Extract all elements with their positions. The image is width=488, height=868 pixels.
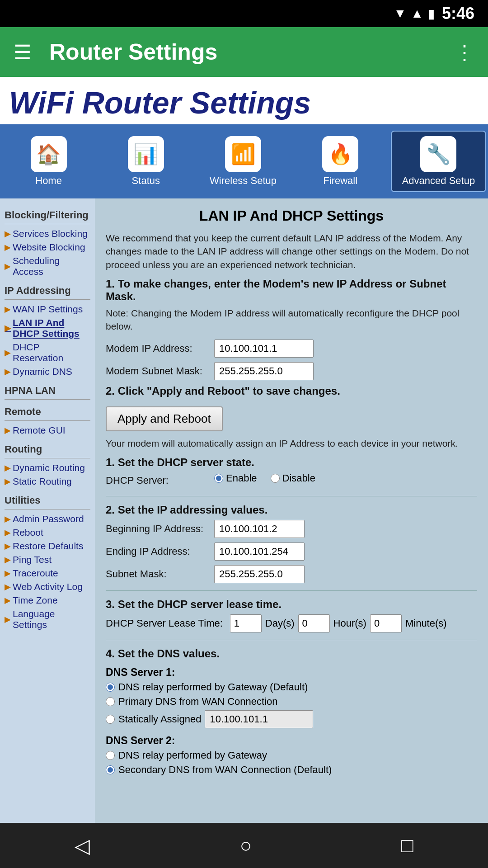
- sidebar-item-traceroute[interactable]: ▶Traceroute: [5, 566, 90, 580]
- lease-hour-input[interactable]: [298, 614, 330, 632]
- sidebar-item-language-settings[interactable]: ▶Language Settings: [5, 607, 90, 632]
- sidebar-item-remote-gui[interactable]: ▶Remote GUI: [5, 424, 90, 437]
- sidebar-item-dynamic-routing[interactable]: ▶Dynamic Routing: [5, 461, 90, 475]
- sidebar-item-time-zone[interactable]: ▶Time Zone: [5, 594, 90, 607]
- beginning-ip-row: Beginning IP Address:: [106, 520, 477, 538]
- page-banner-title: WiFi Router Settings: [9, 86, 479, 120]
- sidebar-item-ping-test[interactable]: ▶Ping Test: [5, 553, 90, 566]
- tab-status[interactable]: 📊 Status: [99, 131, 192, 192]
- dhcp-radio-group: Enable Disable: [214, 472, 315, 484]
- dns-primary-wan-label: Primary DNS from WAN Connection: [118, 696, 277, 708]
- dns-server1-label: DNS Server 1:: [106, 666, 477, 679]
- recent-button[interactable]: □: [388, 830, 427, 861]
- firewall-icon: 🔥: [322, 136, 358, 172]
- nav-tabs: 🏠 Home 📊 Status 📶 Wireless Setup 🔥 Firew…: [0, 124, 488, 198]
- dhcp-enable-option[interactable]: Enable: [214, 472, 257, 484]
- dhcp-disable-radio[interactable]: [271, 474, 280, 483]
- tab-firewall-label: Firewall: [323, 175, 357, 187]
- dhcp-server-label: DHCP Server:: [106, 475, 214, 486]
- lease-minute-unit: Minute(s): [405, 618, 447, 629]
- subnet-mask-input[interactable]: [214, 565, 305, 583]
- sidebar-item-admin-password[interactable]: ▶Admin Password: [5, 512, 90, 526]
- subnet-mask-row: Subnet Mask:: [106, 565, 477, 583]
- app-header: ☰ Router Settings ⋮: [0, 27, 488, 77]
- dns-static-label: Statically Assigned: [118, 713, 201, 725]
- dns-primary-wan-radio[interactable]: [106, 697, 115, 706]
- subnet-mask-label: Subnet Mask:: [106, 568, 214, 580]
- sidebar-item-restore-defaults[interactable]: ▶Restore Defaults: [5, 539, 90, 553]
- step1-dhcp-heading: 1. Set the DHCP server state.: [106, 456, 477, 469]
- main-content: Blocking/Filtering ▶Services Blocking ▶W…: [0, 198, 488, 831]
- beginning-ip-input[interactable]: [214, 520, 305, 538]
- lease-time-label: DHCP Server Lease Time:: [106, 618, 223, 629]
- dns-relay2-radio[interactable]: [106, 751, 115, 760]
- dns-static-input[interactable]: [205, 710, 313, 728]
- signal-icon: ▲: [411, 6, 423, 21]
- sidebar-section-ip: IP Addressing: [5, 285, 90, 297]
- tab-firewall[interactable]: 🔥 Firewall: [294, 131, 387, 192]
- dns-static-option[interactable]: Statically Assigned: [106, 710, 477, 728]
- modem-subnet-input[interactable]: [214, 362, 314, 380]
- sidebar-item-dynamic-dns[interactable]: ▶Dynamic DNS: [5, 365, 90, 378]
- tab-status-label: Status: [132, 175, 160, 187]
- status-time: 5:46: [442, 4, 474, 23]
- sidebar-item-dhcp-reservation[interactable]: ▶DHCP Reservation: [5, 340, 90, 365]
- page-banner: WiFi Router Settings: [0, 77, 488, 124]
- status-icon: 📊: [128, 136, 164, 172]
- home-button[interactable]: ○: [226, 830, 265, 861]
- status-icons: ▼ ▲ ▮: [394, 6, 435, 21]
- dhcp-disable-label: Disable: [282, 472, 315, 484]
- hamburger-menu[interactable]: ☰: [14, 41, 31, 64]
- dns-static-radio[interactable]: [106, 715, 115, 724]
- dns-primary-wan-option[interactable]: Primary DNS from WAN Connection: [106, 696, 477, 708]
- tab-home[interactable]: 🏠 Home: [2, 131, 95, 192]
- modem-ip-input[interactable]: [214, 340, 314, 358]
- lease-hour-unit: Hour(s): [333, 618, 366, 629]
- sidebar-item-website-blocking[interactable]: ▶Website Blocking: [5, 241, 90, 254]
- tab-wireless-label: Wireless Setup: [210, 175, 277, 187]
- dns-secondary-wan-option[interactable]: Secondary DNS from WAN Connection (Defau…: [106, 764, 477, 776]
- sidebar-section-hpna: HPNA LAN: [5, 385, 90, 396]
- sidebar-section-routing: Routing: [5, 443, 90, 455]
- lease-day-unit: Day(s): [265, 618, 295, 629]
- dns-secondary-wan-label: Secondary DNS from WAN Connection (Defau…: [118, 764, 332, 776]
- modem-subnet-label: Modem Subnet Mask:: [106, 365, 214, 377]
- apply-reboot-button[interactable]: Apply and Reboot: [106, 406, 223, 431]
- back-button[interactable]: ◁: [61, 830, 103, 862]
- wifi-icon: ▼: [394, 6, 407, 21]
- dns-relay1-radio[interactable]: [106, 683, 115, 692]
- content-panel: LAN IP And DHCP Settings We recommend th…: [95, 198, 488, 831]
- sidebar: Blocking/Filtering ▶Services Blocking ▶W…: [0, 198, 95, 831]
- bottom-nav: ◁ ○ □: [0, 823, 488, 868]
- tab-home-label: Home: [35, 175, 62, 187]
- lease-time-row: DHCP Server Lease Time: Day(s) Hour(s) M…: [106, 614, 477, 632]
- lease-minute-input[interactable]: [370, 614, 402, 632]
- tab-wireless[interactable]: 📶 Wireless Setup: [196, 131, 290, 192]
- app-title: Router Settings: [49, 39, 455, 65]
- dns-relay1-label: DNS relay performed by Gateway (Default): [118, 681, 308, 693]
- sidebar-item-scheduling-access[interactable]: ▶Scheduling Access: [5, 254, 90, 278]
- content-title: LAN IP And DHCP Settings: [106, 208, 477, 224]
- lease-day-input[interactable]: [230, 614, 262, 632]
- dhcp-enable-radio[interactable]: [214, 474, 223, 483]
- sidebar-item-web-activity-log[interactable]: ▶Web Activity Log: [5, 580, 90, 594]
- tab-advanced[interactable]: 🔧 Advanced Setup: [391, 131, 486, 192]
- dns-relay1-option[interactable]: DNS relay performed by Gateway (Default): [106, 681, 477, 693]
- dns-server2-label: DNS Server 2:: [106, 735, 477, 747]
- dhcp-disable-option[interactable]: Disable: [271, 472, 315, 484]
- sidebar-item-wan-ip[interactable]: ▶WAN IP Settings: [5, 302, 90, 316]
- sidebar-item-lan-dhcp[interactable]: ▶LAN IP And DHCP Settings: [5, 316, 90, 340]
- sidebar-item-services-blocking[interactable]: ▶Services Blocking: [5, 227, 90, 241]
- step2-heading: 2. Click "Apply and Reboot" to save chan…: [106, 385, 477, 397]
- step2-ip-heading: 2. Set the IP addressing values.: [106, 504, 477, 516]
- ending-ip-input[interactable]: [214, 542, 305, 561]
- advanced-icon: 🔧: [420, 136, 456, 172]
- dns-secondary-wan-radio[interactable]: [106, 765, 115, 774]
- modem-ip-label: Modem IP Address:: [106, 343, 214, 354]
- sidebar-section-remote: Remote: [5, 406, 90, 418]
- sidebar-item-static-routing[interactable]: ▶Static Routing: [5, 475, 90, 488]
- dns-relay2-option[interactable]: DNS relay performed by Gateway: [106, 750, 477, 761]
- dns-server1-section: DNS Server 1: DNS relay performed by Gat…: [106, 666, 477, 728]
- more-options-icon[interactable]: ⋮: [455, 41, 474, 64]
- sidebar-item-reboot[interactable]: ▶Reboot: [5, 526, 90, 539]
